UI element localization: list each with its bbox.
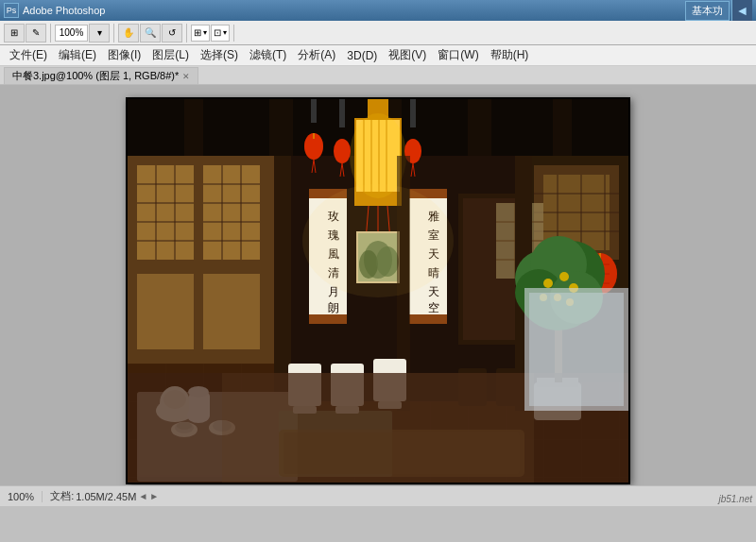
back-button[interactable]: ◄ [731, 0, 752, 21]
svg-rect-150 [222, 373, 534, 483]
toolbar-rotate-btn[interactable]: ↺ [162, 24, 182, 42]
toolbar-dropdown-2[interactable]: ⊡ [211, 25, 230, 42]
title-text: Adobe Photoshop [23, 5, 105, 16]
menu-bar: 文件(E) 编辑(E) 图像(I) 图层(L) 选择(S) 滤镜(T) 分析(A… [0, 45, 756, 66]
zoom-dropdown-btn[interactable]: ▾ [89, 24, 110, 42]
svg-rect-153 [529, 293, 624, 406]
tab-bar: 中餐3.jpg@100% (图层 1, RGB/8#)* ✕ [0, 66, 756, 85]
workspace: 玫 瑰 風 清 月 朗 雅 室 天 晴 天 空 [0, 85, 756, 506]
svg-rect-70 [410, 99, 416, 127]
tab-label: 中餐3.jpg@100% (图层 1, RGB/8#)* [12, 69, 179, 83]
toolbar-zoom-btn[interactable]: 🔍 [140, 24, 161, 42]
svg-point-119 [559, 272, 569, 281]
title-bar-left: Ps Adobe Photoshop [4, 3, 105, 18]
toolbar-group-zoom: ▾ [55, 24, 114, 42]
status-arrow-right[interactable]: ► [149, 491, 159, 501]
tab-close-btn[interactable]: ✕ [182, 72, 190, 81]
menu-file[interactable]: 文件(E) [4, 45, 53, 65]
photo-canvas: 玫 瑰 風 清 月 朗 雅 室 天 晴 天 空 [128, 99, 628, 483]
watermark-text: jb51.net [718, 494, 752, 504]
canvas-frame: 玫 瑰 風 清 月 朗 雅 室 天 晴 天 空 [126, 97, 630, 484]
svg-point-67 [334, 139, 351, 163]
menu-3d[interactable]: 3D(D) [341, 47, 383, 64]
menu-image[interactable]: 图像(I) [102, 45, 146, 65]
menu-layer[interactable]: 图层(L) [146, 45, 195, 65]
status-bar: 100% 文档: 1.05M/2.45M ◄ ► jb51.net [0, 485, 756, 506]
zoom-status: 100% [8, 491, 43, 502]
zoom-input[interactable] [55, 25, 88, 42]
status-arrows: ◄ ► [138, 491, 159, 501]
menu-select[interactable]: 选择(S) [195, 45, 244, 65]
svg-rect-28 [137, 274, 194, 349]
svg-rect-12 [137, 165, 194, 260]
svg-rect-13 [203, 165, 260, 260]
toolbar-btn-1[interactable]: ⊞ [4, 24, 25, 42]
svg-rect-65 [339, 99, 345, 127]
menu-window[interactable]: 窗口(W) [432, 45, 484, 65]
toolbar-btn-2[interactable]: ✎ [26, 24, 46, 42]
basic-label: 基本功 [685, 1, 730, 21]
svg-rect-77 [309, 314, 347, 324]
watermark: jb51.net [718, 494, 752, 504]
status-arrow-left[interactable]: ◄ [138, 491, 147, 501]
restaurant-image: 玫 瑰 風 清 月 朗 雅 室 天 晴 天 空 [128, 99, 628, 483]
toolbar-dropdown-1[interactable]: ⊞ [191, 25, 210, 42]
menu-filter[interactable]: 滤镜(T) [244, 45, 292, 65]
title-bar-right: 基本功 ◄ [685, 0, 752, 21]
svg-rect-29 [203, 274, 260, 349]
canvas-container: 玫 瑰 風 清 月 朗 雅 室 天 晴 天 空 [126, 97, 630, 484]
menu-help[interactable]: 帮助(H) [485, 45, 535, 65]
toolbar: ⊞ ✎ ▾ ✋ 🔍 ↺ ⊞ ⊡ [0, 21, 756, 45]
doc-info: 文档: 1.05M/2.45M ◄ ► [50, 489, 159, 503]
svg-text:空: 空 [428, 301, 439, 314]
doc-info-value: 1.05M/2.45M [76, 491, 136, 502]
toolbar-hand-btn[interactable]: ✋ [118, 24, 139, 42]
svg-rect-86 [409, 314, 447, 324]
svg-point-151 [302, 184, 454, 297]
menu-analyze[interactable]: 分析(A) [292, 45, 341, 65]
app-icon: Ps [4, 3, 19, 18]
svg-text:天: 天 [428, 285, 439, 298]
title-bar-icons: Ps [4, 3, 19, 18]
svg-point-62 [304, 133, 323, 160]
svg-text:朗: 朗 [328, 301, 339, 314]
doc-info-label: 文档: [50, 489, 74, 503]
toolbar-group-3: ⊞ ⊡ [191, 25, 234, 42]
tab-main[interactable]: 中餐3.jpg@100% (图层 1, RGB/8#)* ✕ [4, 67, 198, 84]
menu-edit[interactable]: 编辑(E) [53, 45, 102, 65]
svg-point-118 [543, 279, 553, 288]
toolbar-group-1: ⊞ ✎ [4, 24, 51, 42]
menu-view[interactable]: 视图(V) [383, 45, 432, 65]
toolbar-group-2: ✋ 🔍 ↺ [118, 24, 187, 42]
svg-rect-59 [311, 99, 317, 123]
title-bar: Ps Adobe Photoshop 基本功 ◄ [0, 0, 756, 21]
